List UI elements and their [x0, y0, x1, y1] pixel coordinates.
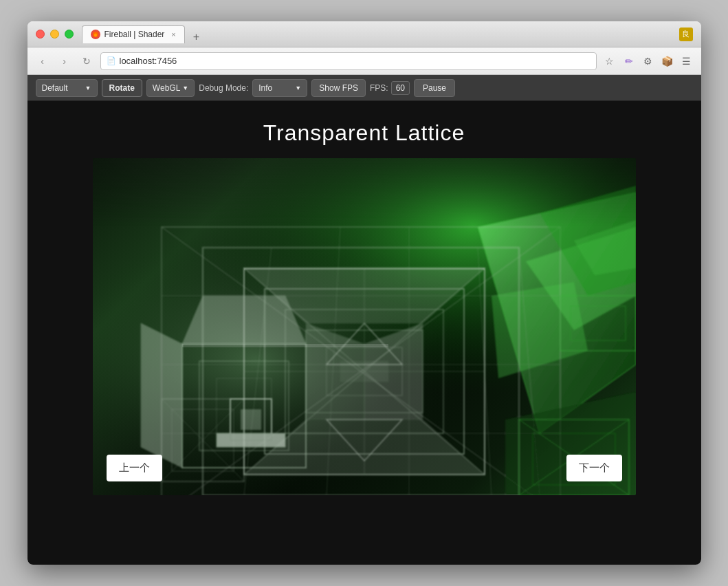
maximize-button[interactable] [65, 30, 74, 39]
tab-favicon [91, 30, 100, 39]
svg-point-1 [94, 34, 97, 37]
webgl-label: WebGL [153, 83, 180, 93]
debug-select[interactable]: Info ▼ [252, 79, 307, 97]
fps-label: FPS: [370, 83, 388, 93]
url-text: localhost:7456 [120, 56, 177, 66]
prev-button[interactable]: 上一个 [107, 455, 162, 481]
close-button[interactable] [36, 30, 45, 39]
tab-title: Fireball | Shader [104, 30, 165, 39]
address-bar[interactable]: 📄 localhost:7456 [100, 52, 597, 70]
canvas-area[interactable]: 上一个 下一个 [93, 158, 636, 495]
debug-value: Info [258, 83, 272, 93]
debug-chevron: ▼ [295, 85, 301, 91]
back-button[interactable]: ‹ [34, 53, 51, 69]
extension-icon[interactable]: 良 [679, 28, 693, 41]
menu-icon[interactable]: ☰ [679, 54, 694, 69]
browser-tab[interactable]: Fireball | Shader × [82, 25, 185, 43]
tab-close-button[interactable]: × [171, 30, 175, 39]
tab-bar: Fireball | Shader × + [82, 25, 679, 43]
nav-actions: ☆ ✏ ⚙ 📦 ☰ [602, 54, 694, 69]
main-content: Transparent Lattice [27, 101, 701, 565]
pen-icon[interactable]: ✏ [621, 54, 637, 69]
settings-icon[interactable]: ⚙ [641, 54, 656, 69]
new-tab-button[interactable]: + [190, 31, 202, 43]
bottom-nav: 上一个 下一个 [93, 455, 636, 481]
pause-button[interactable]: Pause [414, 79, 455, 97]
reload-button[interactable]: ↻ [78, 53, 95, 69]
page-icon: 📄 [107, 56, 116, 65]
svg-rect-59 [93, 158, 636, 495]
webgl-chevron: ▼ [182, 85, 188, 91]
toolbar: Default ▼ Rotate WebGL ▼ Debug Mode: Inf… [27, 75, 701, 101]
mode-button[interactable]: Rotate [102, 79, 142, 97]
fps-value: 60 [391, 81, 410, 95]
title-bar: Fireball | Shader × + 良 [27, 21, 701, 47]
traffic-lights [36, 30, 74, 39]
preset-value: Default [42, 83, 68, 93]
browser-window: Fireball | Shader × + 良 ‹ › ↻ 📄 localhos… [27, 21, 701, 565]
show-fps-button[interactable]: Show FPS [311, 79, 366, 97]
next-button[interactable]: 下一个 [566, 455, 622, 481]
title-bar-icons: 良 [679, 28, 693, 41]
extensions-icon[interactable]: 📦 [660, 54, 675, 69]
preset-chevron: ▼ [85, 85, 91, 91]
nav-bar: ‹ › ↻ 📄 localhost:7456 ☆ ✏ ⚙ 📦 ☰ [27, 47, 701, 75]
fps-display: FPS: 60 [370, 81, 410, 95]
forward-button[interactable]: › [56, 53, 73, 69]
bookmark-icon[interactable]: ☆ [602, 54, 617, 69]
minimize-button[interactable] [50, 30, 59, 39]
webgl-select[interactable]: WebGL ▼ [146, 79, 195, 97]
lattice-visual [93, 158, 636, 495]
shader-title: Transparent Lattice [263, 120, 465, 146]
debug-label: Debug Mode: [199, 83, 248, 93]
preset-select[interactable]: Default ▼ [36, 79, 98, 97]
